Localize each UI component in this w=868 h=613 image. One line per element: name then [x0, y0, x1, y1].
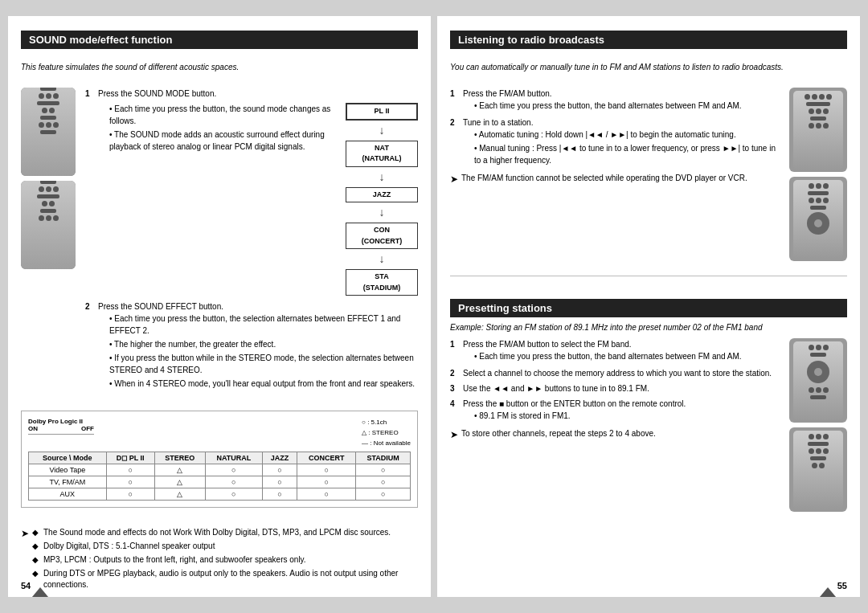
right-step-1-content: Press the FM/AM button. Each time you pr…: [463, 88, 783, 113]
left-section-title: SOUND mode/effect function: [21, 31, 418, 49]
presetting-step-4-text: Press the ■ button or the ENTER button o…: [463, 399, 686, 408]
step-2-bullet-4: When in 4 STEREO mode, you'll hear equal…: [109, 378, 418, 390]
col-plii: D◻ PL II: [106, 452, 154, 464]
off-label: OFF: [81, 425, 94, 432]
presetting-step-2: 2 Select a channel to choose the memory …: [450, 367, 783, 379]
presetting-step-3: 3 Use the ◄◄ and ►► buttons to tune in t…: [450, 382, 783, 394]
presetting-content: 1 Press the FM/AM button to select the F…: [450, 338, 847, 512]
section-divider: [450, 276, 847, 276]
right-step-2-content: Tune in to a station. Automatic tuning :…: [463, 116, 783, 168]
left-remote-images: [21, 88, 79, 394]
right-intro: You can automatically or manually tune i…: [450, 62, 847, 73]
presetting-step-4: 4 Press the ■ button or the ENTER button…: [450, 398, 783, 423]
remote-image-bottom: [21, 181, 76, 269]
table-row: AUX ○ △ ○ ○ ○ ○: [29, 488, 411, 501]
arrow-4: ↓: [346, 251, 418, 268]
arrow-right-icon: ➤: [21, 527, 29, 541]
mode-pl2: PL II: [346, 103, 418, 121]
presetting-remote-1: [789, 338, 847, 423]
right-note-text: The FM/AM function cannot be selected wh…: [461, 173, 747, 184]
table-row: Video Tape ○ △ ○ ○ ○ ○: [29, 464, 411, 476]
note-4: ◆ During DTS or MPEG playback, audio is …: [32, 568, 418, 591]
right-note-1: ➤ The FM/AM function cannot be selected …: [450, 173, 783, 186]
presetting-section: Presetting stations Example: Storing an …: [450, 299, 847, 512]
mode-display: PL II ↓ NAT (NATURAL) ↓ JAZZ ↓ CON (CONC…: [346, 103, 418, 296]
presetting-remote-images: [789, 338, 847, 512]
presetting-note-text: To store other channels, repeat the step…: [461, 428, 656, 439]
right-remote-1: [789, 88, 847, 172]
left-page: SOUND mode/effect function This feature …: [8, 16, 431, 597]
right-arrow-icon: ➤: [450, 173, 458, 186]
right-step-2: 2 Tune in to a station. Automatic tuning…: [450, 116, 783, 168]
mode-concert: CON (CONCERT): [346, 223, 418, 249]
note-3: ◆ MP3, LPCM : Outputs to the front left,…: [32, 554, 418, 566]
mode-jazz: JAZZ: [346, 187, 418, 203]
row-tvfmam-concert: ○: [297, 476, 356, 488]
left-intro: This feature simulates the sound of diff…: [21, 62, 418, 73]
presetting-step-1: 1 Press the FM/AM button to select the F…: [450, 338, 783, 364]
note-1: ◆ The Sound mode and effects do not Work…: [32, 527, 418, 538]
presetting-example: Example: Storing an FM station of 89.1 M…: [450, 322, 847, 333]
presetting-note: ➤ To store other channels, repeat the st…: [450, 428, 783, 442]
row-aux-jazz: ○: [262, 488, 297, 501]
col-stadium: STADIUM: [356, 452, 411, 464]
right-page: Listening to radio broadcasts You can au…: [437, 16, 860, 597]
row-aux-concert: ○: [297, 488, 356, 501]
arrow-1: ↓: [346, 122, 418, 139]
row-videotape-plii: ○: [106, 464, 154, 476]
left-notes: ➤ ◆ The Sound mode and effects do not Wo…: [21, 522, 418, 593]
col-stereo: STEREO: [154, 452, 205, 464]
on-off-header: ON OFF: [28, 425, 94, 435]
left-step-1: 1 Press the SOUND MODE button. Each time…: [85, 88, 418, 296]
presetting-remote-2: [789, 427, 847, 512]
presetting-step-1-bullet: Each time you press the button, the band…: [474, 350, 783, 362]
col-jazz: JAZZ: [262, 452, 297, 464]
right-step-1-bullet-1: Each time you press the button, the band…: [474, 100, 783, 112]
right-step-2-bullet-2: Manual tuning : Press |◄◄ to tune in to …: [474, 142, 783, 166]
row-tvfmam-plii: ○: [106, 476, 154, 488]
row-aux-plii: ○: [106, 488, 154, 501]
presetting-step-1-text: Press the FM/AM button to select the FM …: [463, 340, 632, 349]
row-aux-stereo: △: [154, 488, 205, 501]
presetting-step-2-text: Select a channel to choose the memory ad…: [463, 369, 772, 378]
right-step-1: 1 Press the FM/AM button. Each time you …: [450, 88, 783, 113]
left-instructions: 1 Press the SOUND MODE button. Each time…: [85, 88, 418, 394]
left-page-number: 54: [21, 581, 31, 591]
step-1-text: Press the SOUND MODE button.: [98, 89, 216, 98]
presetting-title: Presetting stations: [450, 299, 847, 317]
row-aux-natural: ○: [205, 488, 262, 501]
table-row: TV, FM/AM ○ △ ○ ○ ○ ○: [29, 476, 411, 488]
row-tvfmam-stadium: ○: [356, 476, 411, 488]
col-concert: CONCERT: [297, 452, 356, 464]
row-videotape-concert: ○: [297, 464, 356, 476]
right-section-title: Listening to radio broadcasts: [450, 31, 847, 49]
row-videotape-label: Video Tape: [29, 464, 107, 476]
right-step-2-text: Tune in to a station.: [463, 118, 533, 127]
on-label: ON: [28, 425, 38, 432]
right-step-2-num: 2: [450, 116, 460, 168]
legend-stereo: STEREO: [372, 429, 399, 436]
table-header-row: Source \ Mode D◻ PL II STEREO NATURAL JA…: [29, 452, 411, 464]
col-natural: NATURAL: [205, 452, 262, 464]
presetting-arrow-icon: ➤: [450, 428, 458, 442]
right-triangle: [820, 587, 836, 597]
right-instructions: 1 Press the FM/AM button. Each time you …: [450, 88, 783, 261]
step-1-num: 1: [85, 88, 95, 296]
row-videotape-natural: ○: [205, 464, 262, 476]
right-page-number: 55: [837, 581, 847, 591]
legend-na: Not available: [374, 439, 411, 447]
row-videotape-jazz: ○: [262, 464, 297, 476]
step-2-bullet-2: The higher the number, the greater the e…: [109, 338, 418, 350]
right-remote-2: [789, 177, 847, 261]
mode-table: Source \ Mode D◻ PL II STEREO NATURAL JA…: [28, 452, 411, 501]
row-tvfmam-stereo: △: [154, 476, 205, 488]
step-1-bullet-1: Each time you press the button, the soun…: [109, 103, 331, 127]
step-1-content: Press the SOUND MODE button. Each time y…: [98, 88, 418, 296]
right-step-1-text: Press the FM/AM button.: [463, 89, 552, 98]
left-content-area: 1 Press the SOUND MODE button. Each time…: [21, 88, 418, 394]
note-2: ◆ Dolby Digital, DTS : 5.1-Channel speak…: [32, 541, 418, 552]
col-source: Source \ Mode: [29, 452, 107, 464]
mode-stadium: STA (STADIUM): [346, 269, 418, 296]
remote-image-top: [21, 88, 76, 176]
note-arrow-indicator: ➤ ◆ The Sound mode and effects do not Wo…: [21, 527, 418, 593]
